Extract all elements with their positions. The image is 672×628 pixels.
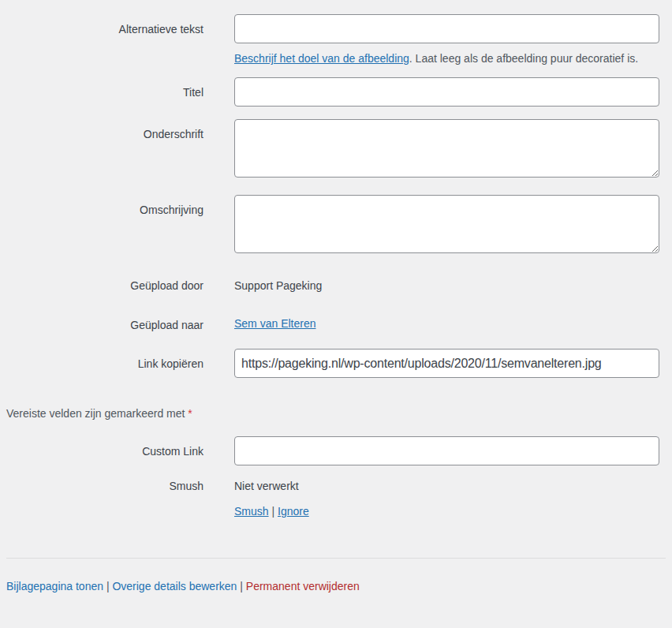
field-row-uploaded-by: Geüpload door Support Pageking	[0, 278, 672, 293]
alt-text-help-rest: . Laat leeg als de afbeelding puur decor…	[409, 52, 638, 65]
field-row-caption: Onderschrift	[0, 119, 672, 180]
footer-divider	[6, 558, 666, 559]
custom-link-label: Custom Link	[0, 436, 203, 459]
uploaded-to-label: Geüpload naar	[0, 317, 203, 333]
custom-link-input[interactable]	[234, 436, 659, 465]
title-label: Titel	[0, 77, 203, 100]
caption-textarea[interactable]	[234, 119, 659, 178]
field-row-title: Titel	[0, 77, 672, 107]
required-fields-note: Vereiste velden zijn gemarkeerd met *	[0, 406, 672, 421]
smush-status: Niet verwerkt	[234, 478, 659, 494]
description-label: Omschrijving	[0, 195, 203, 218]
smush-action-link[interactable]: Smush	[234, 505, 269, 518]
view-attachment-page-link[interactable]: Bijlagepagina tonen	[6, 580, 103, 592]
field-row-description: Omschrijving	[0, 195, 672, 256]
uploaded-by-label: Geüpload door	[0, 278, 203, 293]
smush-actions: Smush | Ignore	[234, 503, 659, 519]
alt-text-help: Beschrijf het doel van de afbeelding. La…	[234, 49, 659, 68]
alt-text-input[interactable]	[234, 14, 659, 43]
field-row-alt-text: Alternatieve tekst Beschrijf het doel va…	[0, 14, 672, 68]
alt-text-help-link[interactable]: Beschrijf het doel van de afbeelding	[234, 52, 409, 65]
delete-permanently-link[interactable]: Permanent verwijderen	[246, 580, 360, 592]
uploaded-by-value: Support Pageking	[234, 278, 659, 293]
edit-more-details-link[interactable]: Overige details bewerken	[112, 580, 237, 592]
description-textarea[interactable]	[234, 195, 659, 253]
smush-separator: |	[271, 505, 274, 518]
footer-links: Bijlagepagina tonen | Overige details be…	[0, 578, 672, 594]
uploaded-to-link[interactable]: Sem van Elteren	[234, 317, 316, 330]
copy-link-input[interactable]	[234, 349, 659, 378]
field-row-custom-link: Custom Link	[0, 436, 672, 465]
field-row-uploaded-to: Geüpload naar Sem van Elteren	[0, 317, 672, 333]
title-input[interactable]	[234, 77, 659, 107]
copy-link-label: Link kopiëren	[0, 349, 203, 372]
footer-separator-2: |	[240, 580, 243, 592]
required-asterisk: *	[188, 407, 192, 420]
smush-ignore-link[interactable]: Ignore	[278, 505, 309, 518]
field-row-copy-link: Link kopiëren	[0, 349, 672, 378]
alt-text-label: Alternatieve tekst	[0, 14, 203, 37]
required-fields-text: Vereiste velden zijn gemarkeerd met	[6, 407, 185, 420]
caption-label: Onderschrift	[0, 119, 203, 142]
smush-label: Smush	[0, 478, 203, 494]
footer-separator-1: |	[106, 580, 110, 592]
field-row-smush: Smush Niet verwerkt Smush | Ignore	[0, 478, 672, 519]
attachment-details-panel: Alternatieve tekst Beschrijf het doel va…	[0, 0, 672, 594]
